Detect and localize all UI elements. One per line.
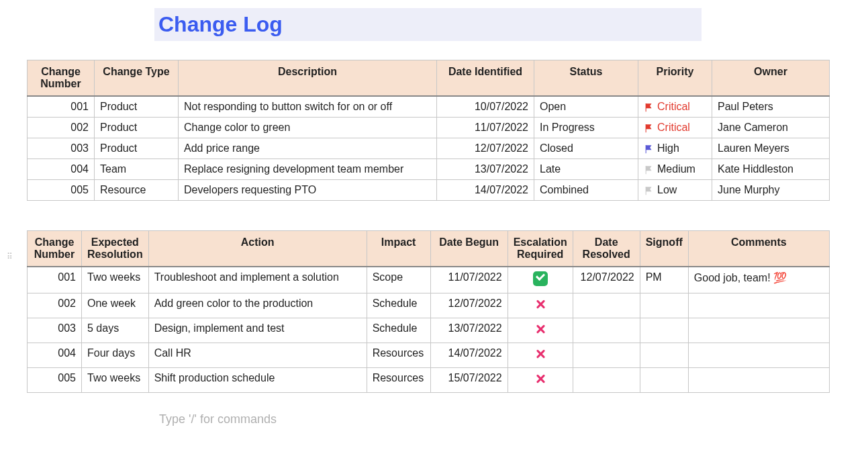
table-row: 005ResourceDevelopers requesting PTO14/0… <box>28 180 830 201</box>
cell-date-identified: 10/07/2022 <box>437 96 534 118</box>
cell-impact: Scope <box>367 267 430 293</box>
cell-date-resolved: 12/07/2022 <box>573 267 640 293</box>
col-header-owner: Owner <box>712 60 830 97</box>
cell-signoff <box>640 293 688 318</box>
col-header-comments: Comments <box>688 231 829 267</box>
cell-change-number: 001 <box>28 96 95 118</box>
flag-icon <box>644 186 653 195</box>
cell-expected-resolution: Four days <box>82 343 149 368</box>
cell-description: Change color to green <box>179 118 437 138</box>
cell-priority: High <box>638 138 712 159</box>
table-row: 004Four daysCall HRResources14/07/2022 <box>28 343 830 368</box>
cell-owner: Paul Peters <box>712 96 830 118</box>
cell-status: Combined <box>534 180 638 201</box>
col-header-priority: Priority <box>638 60 712 97</box>
cell-description: Developers requesting PTO <box>179 180 437 201</box>
table-row: 001ProductNot responding to button switc… <box>28 96 830 118</box>
cell-change-number: 004 <box>28 343 82 368</box>
cross-icon <box>534 372 547 385</box>
cell-change-number: 003 <box>28 138 95 159</box>
table-row: 003ProductAdd price range12/07/2022Close… <box>28 138 830 159</box>
cell-priority: Medium <box>638 159 712 180</box>
cell-date-resolved <box>573 343 640 368</box>
cell-action: Add green color to the production <box>148 293 367 318</box>
cell-signoff <box>640 343 688 368</box>
cell-change-type: Product <box>95 138 179 159</box>
table-row: 002One weekAdd green color to the produc… <box>28 293 830 318</box>
cross-icon <box>534 322 547 336</box>
cell-change-type: Team <box>95 159 179 180</box>
cell-action: Shift production schedule <box>148 368 367 393</box>
cell-comments <box>688 293 829 318</box>
col-header-date-resolved: Date Resolved <box>573 231 640 267</box>
change-log-table-1: Change NumberChange TypeDescriptionDate … <box>27 60 830 201</box>
col-header-change-number: Change Number <box>28 231 82 267</box>
cell-date-identified: 11/07/2022 <box>437 118 534 138</box>
cell-date-begun: 14/07/2022 <box>430 343 508 368</box>
cell-date-identified: 13/07/2022 <box>437 159 534 180</box>
page-title: Change Log <box>154 8 702 41</box>
cell-owner: Kate Hiddleston <box>712 159 830 180</box>
col-header-date-identified: Date Identified <box>437 60 534 97</box>
cell-date-identified: 14/07/2022 <box>437 180 534 201</box>
table-row: 0035 daysDesign, implement and testSched… <box>28 318 830 343</box>
cell-change-type: Resource <box>95 180 179 201</box>
cell-comments <box>688 343 829 368</box>
cell-status: Closed <box>534 138 638 159</box>
cell-signoff <box>640 318 688 343</box>
cell-status: In Progress <box>534 118 638 138</box>
flag-icon <box>644 124 653 133</box>
cell-expected-resolution: Two weeks <box>82 267 149 293</box>
cell-escalation-required <box>508 318 573 343</box>
cell-change-number: 005 <box>28 368 82 393</box>
cell-impact: Schedule <box>367 318 430 343</box>
checkmark-icon <box>533 271 548 286</box>
cell-expected-resolution: 5 days <box>82 318 149 343</box>
cell-status: Open <box>534 96 638 118</box>
cell-signoff <box>640 368 688 393</box>
cell-owner: Lauren Meyers <box>712 138 830 159</box>
drag-handle-icon[interactable]: ⠿ <box>7 252 14 261</box>
col-header-change-type: Change Type <box>95 60 179 97</box>
col-header-date-begun: Date Begun <box>430 231 508 267</box>
table-row: 001Two weeksTroubleshoot and implement a… <box>28 267 830 293</box>
cell-date-begun: 11/07/2022 <box>430 267 508 293</box>
cell-priority: Critical <box>638 96 712 118</box>
cell-description: Replace resigning development team membe… <box>179 159 437 180</box>
cell-date-begun: 13/07/2022 <box>430 318 508 343</box>
table-row: 002ProductChange color to green11/07/202… <box>28 118 830 138</box>
change-log-table-2: Change NumberExpected ResolutionActionIm… <box>27 230 830 393</box>
cross-icon <box>534 347 547 361</box>
cell-impact: Resources <box>367 343 430 368</box>
cell-expected-resolution: One week <box>82 293 149 318</box>
col-header-change-number: Change Number <box>28 60 95 97</box>
flag-icon <box>644 103 653 112</box>
cell-comments <box>688 318 829 343</box>
cell-date-begun: 12/07/2022 <box>430 293 508 318</box>
cell-change-number: 003 <box>28 318 82 343</box>
cell-signoff: PM <box>640 267 688 293</box>
cell-description: Add price range <box>179 138 437 159</box>
cell-change-number: 004 <box>28 159 95 180</box>
cell-description: Not responding to button switch for on o… <box>179 96 437 118</box>
cell-date-resolved <box>573 293 640 318</box>
cell-action: Design, implement and test <box>148 318 367 343</box>
col-header-signoff: Signoff <box>640 231 688 267</box>
cell-escalation-required <box>508 293 573 318</box>
cell-comments <box>688 368 829 393</box>
cell-change-type: Product <box>95 118 179 138</box>
cell-expected-resolution: Two weeks <box>82 368 149 393</box>
cell-action: Troubleshoot and implement a solution <box>148 267 367 293</box>
cell-change-type: Product <box>95 96 179 118</box>
cell-change-number: 002 <box>28 293 82 318</box>
command-input[interactable] <box>158 412 493 427</box>
cell-owner: Jane Cameron <box>712 118 830 138</box>
cell-change-number: 002 <box>28 118 95 138</box>
cell-date-resolved <box>573 318 640 343</box>
table-row: 005Two weeksShift production scheduleRes… <box>28 368 830 393</box>
cell-impact: Schedule <box>367 293 430 318</box>
cell-escalation-required <box>508 267 573 293</box>
col-header-impact: Impact <box>367 231 430 267</box>
cell-priority: Critical <box>638 118 712 138</box>
col-header-description: Description <box>179 60 437 97</box>
